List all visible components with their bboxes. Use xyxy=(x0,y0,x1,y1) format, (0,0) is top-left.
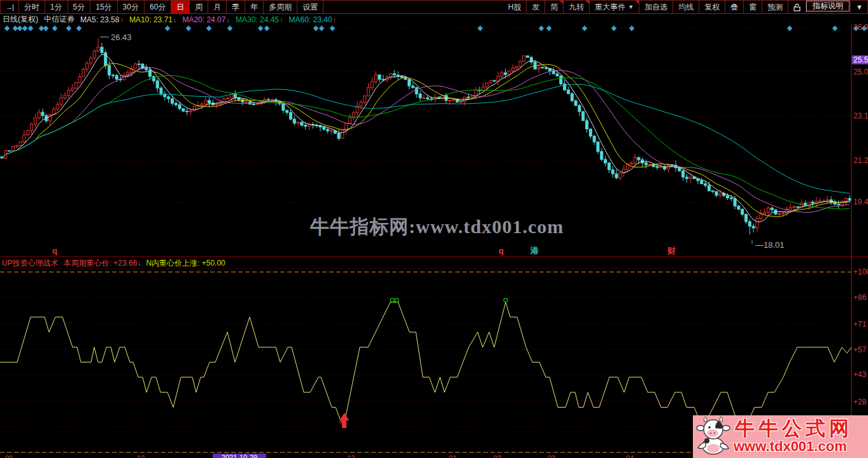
svg-text:+86: +86 xyxy=(853,293,867,302)
toolbar-period-8[interactable]: 月 xyxy=(208,0,227,13)
tdx-terminal-window: 26.43—18.01qq港财26.925.023.121.219.425.5+… xyxy=(0,0,868,458)
toolbar-action-0[interactable]: H股 xyxy=(503,0,527,13)
quote-text-5: MA30: 24.45 xyxy=(236,15,279,24)
date-tick-4: 02 xyxy=(494,454,501,458)
toolbar-period-3[interactable]: 15分 xyxy=(90,0,117,13)
toolbar-spacer xyxy=(324,0,502,13)
svg-text:25.0: 25.0 xyxy=(853,68,868,76)
date-tick-3: 01 xyxy=(449,454,457,458)
toolbar-period-4[interactable]: 30分 xyxy=(118,0,145,13)
toolbar-action-4[interactable]: 重大事件▼ xyxy=(590,0,639,13)
toolbar-period-0[interactable]: 分时 xyxy=(19,0,45,13)
selected-date-tag: 2021-10-29 xyxy=(213,454,266,458)
chart-marker-0: q xyxy=(52,246,57,255)
toolbar-dropdown-button[interactable]: ▼ xyxy=(851,0,868,13)
toolbar-period-10[interactable]: 年 xyxy=(245,0,264,13)
svg-text:—18.01: —18.01 xyxy=(755,240,785,250)
up-arrow-icon: ↑ xyxy=(120,16,124,24)
svg-text:+57: +57 xyxy=(853,345,867,354)
quote-segment-3: MA10: 23.71↓ xyxy=(129,15,177,24)
psy-indicator[interactable] xyxy=(0,298,851,428)
indicator-text-0: UP投资心理战术 xyxy=(2,258,59,269)
down-arrow-icon: ↓ xyxy=(173,16,177,24)
toolbar-action-8[interactable]: 叠 xyxy=(725,0,744,13)
toolbar-period-12[interactable]: 设置 xyxy=(297,0,324,13)
arrow-bar-icon: →| xyxy=(6,3,13,11)
center-watermark: 牛牛指标网:www.tdx001.com xyxy=(310,214,564,240)
chart-marker-2: 港 xyxy=(530,246,539,255)
date-tick-0: 09 xyxy=(5,454,13,458)
date-tick-6: 04 xyxy=(626,454,634,458)
cow-mascot-icon xyxy=(694,415,735,457)
quote-segment-6: MA60: 23.40↑ xyxy=(289,15,337,24)
toolbar-period-11[interactable]: 多周期 xyxy=(264,0,297,13)
toolbar-action-5[interactable]: 加自选 xyxy=(639,0,673,13)
toolbar-action-6[interactable]: 均线 xyxy=(673,0,699,13)
quote-segment-5: MA30: 24.45↑ xyxy=(236,15,283,24)
down-arrow-icon: ↓ xyxy=(226,16,230,24)
toolbar-period-9[interactable]: 季 xyxy=(227,0,245,13)
buy-signal-arrow-icon xyxy=(339,413,349,428)
toolbar-action-9[interactable]: 窗 xyxy=(744,0,762,13)
svg-text:21.2: 21.2 xyxy=(853,156,868,165)
chart-marker-1: q xyxy=(499,246,504,255)
toolbar-period-7[interactable]: 周 xyxy=(190,0,208,13)
chart-marker-3: 财 xyxy=(667,246,676,255)
quote-text-2: MA5: 23.58 xyxy=(80,15,119,24)
quote-info-bar: 日线(复权)中信证券MA5: 23.58↑MA10: 23.71↓MA20: 2… xyxy=(0,14,868,25)
chevron-down-icon: ▼ xyxy=(628,4,634,10)
toolbar-action-2[interactable]: 简 xyxy=(545,0,564,13)
date-tick-2: 12 xyxy=(347,454,355,458)
toolbar-lock-button[interactable] xyxy=(788,0,806,13)
indicator-segment-0: UP投资心理战术 xyxy=(2,258,59,269)
quote-segment-4: MA20: 24.07↓ xyxy=(182,15,230,24)
jump-to-latest-icon[interactable]: →| xyxy=(0,0,19,13)
toolbar-period-2[interactable]: 5分 xyxy=(68,0,91,13)
quote-text-3: MA10: 23.71 xyxy=(129,15,173,24)
price-axis: 26.925.023.121.219.425.5+100+86+71+57+43… xyxy=(851,23,868,458)
chevron-down-icon: ▼ xyxy=(856,3,862,11)
quote-segment-0: 日线(复权) xyxy=(3,14,38,25)
svg-text:25.5: 25.5 xyxy=(853,55,868,64)
toolbar-period-5[interactable]: 60分 xyxy=(145,0,171,13)
indicator-header: UP投资心理战术本周期重心价: +23.66↓N内重心价上涨: +50.00 xyxy=(0,257,868,269)
quote-text-4: MA20: 24.07 xyxy=(182,15,225,24)
svg-text:+100: +100 xyxy=(853,268,868,276)
toolbar-action-1[interactable]: 发 xyxy=(527,0,545,13)
down-arrow-icon: ↓ xyxy=(137,259,141,268)
svg-text:+28: +28 xyxy=(853,397,867,406)
ma-lines xyxy=(2,54,850,222)
date-tick-5: 03 xyxy=(548,454,555,458)
indicator-text-1: 本周期重心价: +23.66 xyxy=(64,258,138,269)
event-markers[interactable] xyxy=(4,25,867,31)
svg-text:23.1: 23.1 xyxy=(853,111,868,120)
svg-text:19.4: 19.4 xyxy=(853,197,868,206)
indicator-segment-1: 本周期重心价: +23.66↓ xyxy=(64,258,141,269)
up-arrow-icon: ↑ xyxy=(333,16,337,24)
lock-icon xyxy=(793,3,800,11)
quote-text-6: MA60: 23.40 xyxy=(289,15,332,24)
indicator-text-2: N内重心价上涨: +50.00 xyxy=(146,258,225,269)
svg-text:26.43: 26.43 xyxy=(111,32,132,42)
toolbar-action-10[interactable]: 预测 xyxy=(762,0,788,13)
toolbar-period-1[interactable]: 1分 xyxy=(45,0,68,13)
corner-watermark-url: www.tdx001.com xyxy=(734,438,847,455)
quote-text-0: 日线(复权) xyxy=(3,14,38,25)
svg-text:+71: +71 xyxy=(853,320,867,329)
quote-segment-1: 中信证券 xyxy=(44,14,75,25)
indicator-segment-2: N内重心价上涨: +50.00 xyxy=(146,258,225,269)
toolbar-action-7[interactable]: 复权 xyxy=(699,0,725,13)
svg-text:+43: +43 xyxy=(853,370,867,379)
quote-text-1: 中信证券 xyxy=(44,14,75,25)
up-arrow-icon: ↑ xyxy=(280,16,283,24)
corner-watermark: 牛牛公式网 www.tdx001.com xyxy=(693,415,868,458)
toolbar-action-3[interactable]: 九转 xyxy=(564,0,590,13)
toolbar-period-6[interactable]: 日 xyxy=(171,0,190,13)
period-toolbar: →|分时1分5分15分30分60分日周月季年多周期设置H股发简九转重大事件▼加自… xyxy=(0,0,868,14)
indicator-help-button[interactable]: 指标说明 xyxy=(806,1,850,11)
quote-segment-2: MA5: 23.58↑ xyxy=(80,15,124,24)
date-tick-1: 10 xyxy=(137,454,145,458)
